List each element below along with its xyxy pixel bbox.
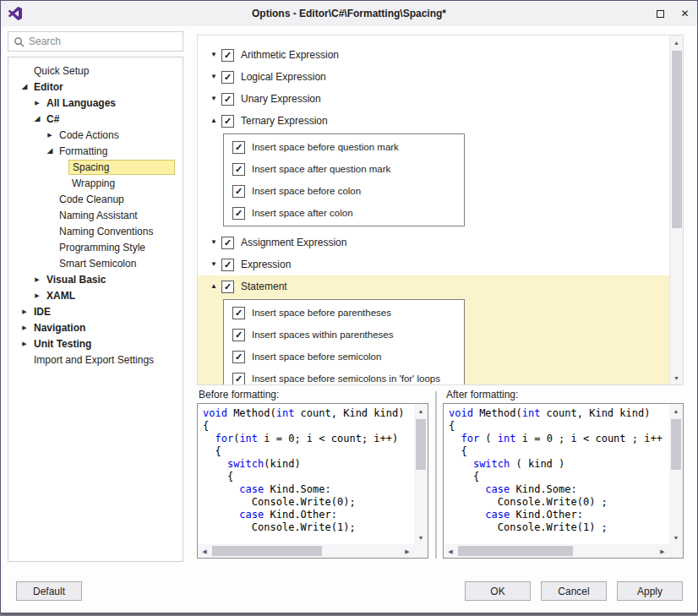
- titlebar[interactable]: Options - Editor\C#\Formatting\Spacing* …: [1, 1, 697, 26]
- options-vertical-scrollbar[interactable]: ▲ ▼: [669, 35, 683, 384]
- tree-item[interactable]: ▶Unit Testing: [8, 335, 183, 352]
- option-row[interactable]: ✓Insert space before semicolons in 'for'…: [224, 368, 464, 384]
- option-group-row[interactable]: ▼✓Logical Expression: [198, 66, 669, 88]
- expand-arrow-icon[interactable]: ▶: [31, 100, 43, 106]
- checkbox[interactable]: ✓: [221, 281, 234, 293]
- after-horizontal-scrollbar[interactable]: ◀ ▶: [444, 544, 669, 558]
- expand-arrow-icon[interactable]: ▼: [206, 261, 221, 268]
- collapse-arrow-icon[interactable]: ◢: [44, 147, 56, 155]
- expand-arrow-icon[interactable]: ▼: [206, 95, 221, 102]
- checkbox[interactable]: ✓: [232, 141, 245, 154]
- search-box[interactable]: [8, 31, 183, 52]
- scroll-left-icon[interactable]: ◀: [444, 544, 457, 558]
- after-vertical-scrollbar[interactable]: ▲ ▼: [669, 404, 683, 544]
- checkbox[interactable]: ✓: [232, 207, 245, 220]
- option-group-row[interactable]: ▼✓Expression: [198, 253, 669, 275]
- tree-item[interactable]: ▶Visual Basic: [8, 271, 183, 287]
- expand-arrow-icon[interactable]: ▼: [206, 52, 221, 58]
- expand-arrow-icon[interactable]: ▶: [44, 132, 56, 138]
- collapse-arrow-icon[interactable]: ▲: [206, 283, 221, 290]
- option-row[interactable]: ✓Insert space before semicolon: [224, 346, 464, 368]
- tree-item[interactable]: ▶All Languages: [8, 95, 183, 111]
- scrollbar-track[interactable]: [670, 49, 684, 371]
- option-group-row[interactable]: ▲✓Ternary Expression: [198, 110, 669, 132]
- option-group-row[interactable]: ▼✓Assignment Expression: [198, 232, 669, 253]
- tree-item[interactable]: ◢C#: [8, 111, 183, 127]
- collapse-arrow-icon[interactable]: ◢: [19, 83, 30, 90]
- scroll-left-icon[interactable]: ◀: [198, 544, 211, 558]
- option-row[interactable]: ✓Insert space before parentheses: [224, 302, 464, 324]
- expand-arrow-icon[interactable]: ▶: [31, 292, 43, 298]
- expand-arrow-icon[interactable]: ▼: [206, 74, 221, 80]
- expand-arrow-icon[interactable]: ▶: [19, 324, 30, 330]
- scroll-up-icon[interactable]: ▲: [414, 404, 428, 417]
- tree-item[interactable]: Naming Assistant: [8, 207, 183, 223]
- option-row[interactable]: ✓Insert space before colon: [224, 180, 464, 202]
- scroll-right-icon[interactable]: ▶: [656, 544, 669, 558]
- scrollbar-thumb[interactable]: [672, 51, 682, 228]
- scrollbar-track[interactable]: [414, 417, 428, 531]
- checkbox[interactable]: ✓: [221, 93, 234, 106]
- checkbox[interactable]: ✓: [232, 373, 245, 385]
- tree-item[interactable]: ▶IDE: [8, 303, 183, 319]
- tree-item[interactable]: Code Cleanup: [8, 191, 183, 207]
- close-button[interactable]: ✕: [673, 1, 697, 26]
- expand-arrow-icon[interactable]: ▶: [19, 308, 30, 314]
- tree-item[interactable]: Programming Style: [8, 239, 183, 255]
- tree-item[interactable]: ◢Formatting: [8, 143, 183, 159]
- scroll-up-icon[interactable]: ▲: [669, 404, 683, 417]
- option-row[interactable]: ✓Insert space after colon: [224, 202, 464, 224]
- checkbox[interactable]: ✓: [221, 71, 234, 84]
- maximize-button[interactable]: [648, 1, 673, 26]
- scroll-down-icon[interactable]: ▼: [670, 371, 684, 384]
- checkbox[interactable]: ✓: [221, 49, 234, 62]
- tree-item[interactable]: Wrapping: [8, 175, 183, 191]
- search-input[interactable]: [29, 32, 183, 51]
- scroll-down-icon[interactable]: ▼: [669, 531, 683, 544]
- tree-item[interactable]: ▶Code Actions: [8, 127, 183, 143]
- tree-item[interactable]: ◢Editor: [8, 79, 183, 95]
- before-horizontal-scrollbar[interactable]: ◀ ▶: [198, 544, 414, 558]
- scroll-up-icon[interactable]: ▲: [670, 35, 684, 49]
- before-vertical-scrollbar[interactable]: ▲ ▼: [414, 404, 428, 544]
- tree-item[interactable]: Smart Semicolon: [8, 255, 183, 271]
- option-group-row[interactable]: ▼✓Unary Expression: [198, 88, 669, 110]
- scrollbar-thumb[interactable]: [671, 419, 681, 470]
- tree-item[interactable]: Quick Setup: [8, 63, 183, 79]
- option-group-row[interactable]: ▼✓Arithmetic Expression: [198, 44, 669, 66]
- collapse-arrow-icon[interactable]: ▲: [206, 117, 221, 124]
- checkbox[interactable]: ✓: [221, 259, 234, 271]
- scroll-right-icon[interactable]: ▶: [401, 544, 414, 558]
- collapse-arrow-icon[interactable]: ◢: [31, 115, 43, 123]
- option-row[interactable]: ✓Insert spaces within parentheses: [224, 324, 464, 346]
- checkbox[interactable]: ✓: [232, 163, 245, 176]
- panel-splitter[interactable]: [435, 391, 437, 559]
- scrollbar-track[interactable]: [457, 544, 656, 558]
- scrollbar-thumb[interactable]: [458, 546, 573, 556]
- default-button[interactable]: Default: [16, 581, 82, 601]
- option-row[interactable]: ✓Insert space before question mark: [224, 136, 464, 158]
- scroll-down-icon[interactable]: ▼: [414, 531, 428, 544]
- apply-button[interactable]: Apply: [617, 581, 683, 601]
- checkbox[interactable]: ✓: [221, 237, 234, 249]
- scrollbar-thumb[interactable]: [416, 419, 426, 470]
- checkbox[interactable]: ✓: [232, 185, 245, 198]
- checkbox[interactable]: ✓: [232, 329, 245, 341]
- tree-item[interactable]: Naming Conventions: [8, 223, 183, 239]
- expand-arrow-icon[interactable]: ▼: [206, 239, 221, 246]
- option-row[interactable]: ✓Insert space after question mark: [224, 158, 464, 180]
- tree-item[interactable]: ▶XAML: [8, 287, 183, 303]
- checkbox[interactable]: ✓: [232, 307, 245, 319]
- expand-arrow-icon[interactable]: ▶: [19, 341, 30, 346]
- tree-item[interactable]: ▶Navigation: [8, 319, 183, 335]
- expand-arrow-icon[interactable]: ▶: [31, 276, 43, 282]
- scrollbar-track[interactable]: [669, 417, 683, 531]
- ok-button[interactable]: OK: [465, 581, 531, 601]
- cancel-button[interactable]: Cancel: [541, 581, 607, 601]
- option-group-row[interactable]: ▲✓Statement: [198, 275, 669, 297]
- tree-item[interactable]: Spacing: [8, 159, 183, 175]
- scrollbar-thumb[interactable]: [212, 546, 322, 556]
- tree-item[interactable]: Import and Export Settings: [8, 352, 183, 368]
- checkbox[interactable]: ✓: [221, 115, 234, 128]
- checkbox[interactable]: ✓: [232, 351, 245, 363]
